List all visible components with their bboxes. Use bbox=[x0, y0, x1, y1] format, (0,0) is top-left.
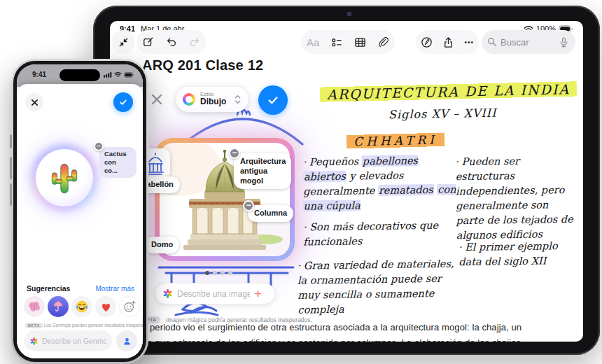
phone-status-icons bbox=[104, 71, 134, 78]
edit-toolbar-group bbox=[136, 30, 206, 54]
accept-image-button[interactable] bbox=[258, 85, 288, 115]
note-text-highlight: abiertos bbox=[303, 171, 346, 183]
handwritten-note: · Pueden ser estructuras independientes,… bbox=[455, 153, 580, 244]
page-dot[interactable] bbox=[220, 271, 225, 275]
undo-icon bbox=[166, 36, 177, 48]
umbrella-emoji-icon bbox=[52, 300, 64, 313]
note-paragraph-line: do que sobresale de los edificios y es s… bbox=[142, 337, 569, 342]
redo-button[interactable] bbox=[189, 36, 200, 48]
note-text-highlight: rematados bbox=[378, 184, 434, 196]
actions-toolbar-group: ••• bbox=[416, 30, 479, 54]
beta-text: Los Genmojis pueden generar resultados i… bbox=[44, 323, 143, 328]
note-text-highlight: pabellones bbox=[362, 155, 419, 167]
close-sheet-button[interactable] bbox=[25, 93, 43, 111]
accept-genmoji-button[interactable] bbox=[113, 92, 133, 112]
mic-icon[interactable] bbox=[559, 37, 568, 48]
style-picker[interactable]: Estilo Dibujo bbox=[176, 87, 248, 112]
suggestions-title: Sugerencias bbox=[27, 284, 70, 293]
genmoji-beta-notice: BETA Los Genmojis pueden generar resulta… bbox=[25, 323, 143, 328]
style-picker-value: Dibujo bbox=[200, 97, 226, 106]
wifi-icon bbox=[114, 71, 122, 78]
handwritten-title: ARQUITECTURA DE LA INDIA bbox=[320, 80, 578, 103]
remove-label-button[interactable]: − bbox=[229, 148, 240, 159]
genmoji-sparkle-icon bbox=[29, 337, 38, 346]
remove-label-button[interactable]: − bbox=[243, 200, 254, 211]
volume-up-button bbox=[10, 157, 12, 179]
image-label-domo[interactable]: Domo bbox=[145, 237, 179, 253]
suggestion-laughing[interactable] bbox=[71, 296, 92, 317]
pencil-circle-icon bbox=[421, 36, 433, 48]
compose-icon bbox=[143, 36, 154, 48]
markup-button[interactable] bbox=[421, 36, 433, 48]
text-format-button[interactable]: Aa bbox=[307, 36, 319, 48]
search-input[interactable] bbox=[500, 37, 559, 48]
style-rainbow-icon bbox=[183, 93, 195, 106]
page-dot[interactable] bbox=[205, 271, 209, 275]
add-image-button[interactable]: + bbox=[254, 287, 262, 300]
checklist-icon bbox=[331, 36, 343, 48]
iphone-device: 9:41 bbox=[11, 59, 148, 364]
close-icon bbox=[31, 99, 38, 106]
share-button[interactable] bbox=[442, 36, 454, 48]
undo-button[interactable] bbox=[166, 36, 177, 48]
image-wand-sparkle-icon bbox=[162, 288, 173, 299]
collapse-toolbar-button[interactable] bbox=[111, 30, 135, 54]
handwritten-note: · Son más decorativos que funcionales bbox=[303, 218, 451, 250]
image-prompt-input[interactable] bbox=[177, 289, 250, 299]
genmoji-prompt-field[interactable] bbox=[24, 330, 112, 351]
handwritten-section-heading: CHHATRI bbox=[346, 132, 444, 150]
dynamic-island bbox=[59, 69, 100, 81]
share-icon bbox=[442, 36, 454, 48]
image-label-arquitectura[interactable]: Arquitectura antigua mogol bbox=[234, 153, 291, 189]
search-icon bbox=[487, 37, 497, 47]
suggestion-brain[interactable] bbox=[24, 296, 45, 317]
suggestion-umbrella[interactable] bbox=[48, 296, 69, 317]
iphone-screen: 9:41 bbox=[17, 64, 143, 358]
ipad-device: 9:41 Mar 1 de abr 100% Aa ••• bbox=[93, 6, 600, 355]
clock: 9:41 bbox=[32, 71, 46, 78]
suggestion-row bbox=[24, 296, 140, 317]
person-icon bbox=[122, 336, 132, 346]
page-dot[interactable] bbox=[228, 271, 232, 275]
note-text: · Pequeños bbox=[302, 155, 361, 167]
search-field[interactable] bbox=[482, 30, 575, 54]
handwritten-subtitle: Siglos XV – XVIII bbox=[388, 106, 497, 122]
genmoji-preview[interactable] bbox=[25, 139, 104, 217]
handwritten-note: · Gran variedad de materiales, la orname… bbox=[297, 256, 464, 317]
genmoji-canvas bbox=[36, 149, 93, 206]
attachment-button[interactable] bbox=[377, 36, 389, 48]
laughing-emoji-icon bbox=[75, 300, 89, 314]
signal-icon bbox=[104, 71, 112, 78]
ipad-screen: 9:41 Mar 1 de abr 100% Aa ••• bbox=[110, 21, 583, 342]
show-more-link[interactable]: Mostrar más bbox=[95, 285, 134, 293]
beta-badge: BETA bbox=[25, 323, 43, 328]
compose-button[interactable] bbox=[143, 36, 154, 48]
checklist-button[interactable] bbox=[331, 36, 343, 48]
heart-emoji-icon bbox=[99, 300, 113, 313]
battery-icon bbox=[124, 72, 134, 78]
table-button[interactable] bbox=[354, 36, 366, 48]
check-icon bbox=[118, 97, 128, 107]
check-icon bbox=[266, 93, 280, 107]
redo-icon bbox=[189, 36, 200, 48]
table-icon bbox=[354, 36, 366, 48]
image-label-columna[interactable]: Columna bbox=[248, 205, 293, 222]
image-prompt-field[interactable]: + bbox=[155, 283, 275, 304]
page-dots[interactable] bbox=[205, 265, 236, 278]
note-paragraph-line: e periodo vio el surgimiento de otra est… bbox=[142, 322, 569, 332]
suggestion-heart[interactable] bbox=[95, 296, 116, 317]
add-emoji-button[interactable] bbox=[119, 296, 140, 317]
more-button[interactable]: ••• bbox=[464, 38, 474, 46]
close-icon bbox=[149, 92, 164, 107]
collapse-icon bbox=[118, 37, 129, 48]
chevron-up-down-icon bbox=[234, 94, 241, 105]
paperclip-icon bbox=[377, 36, 389, 48]
dismiss-image-button[interactable] bbox=[149, 92, 164, 107]
genmoji-label[interactable]: Cactus con co... bbox=[99, 147, 136, 178]
page-dot[interactable] bbox=[213, 271, 217, 275]
person-genmoji-button[interactable] bbox=[116, 330, 137, 351]
genmoji-prompt-input[interactable] bbox=[42, 337, 106, 345]
genmoji-sheet: − Cactus con co... Sugerencias Mostrar m… bbox=[17, 84, 143, 358]
remove-genmoji-label-button[interactable]: − bbox=[94, 141, 104, 151]
volume-down-button bbox=[10, 183, 12, 206]
